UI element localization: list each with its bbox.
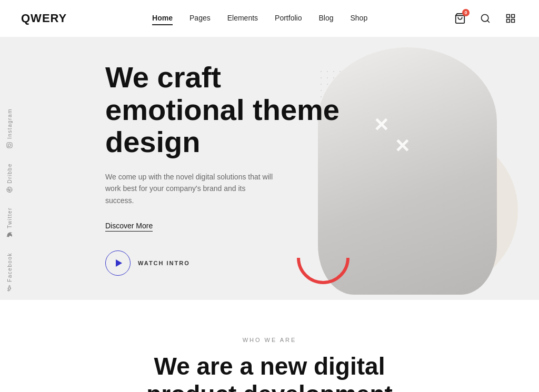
nav-item-portfolio[interactable]: Portfolio [275, 14, 302, 23]
play-triangle-icon [116, 259, 122, 267]
cross-mark-1: ✕ [373, 116, 389, 135]
svg-rect-5 [506, 19, 510, 23]
nav-item-home[interactable]: Home [152, 14, 173, 23]
social-sidebar: Instagram Dribbe Twitter Facebook [0, 74, 19, 326]
watch-intro-button[interactable]: WATCH INTRO [105, 250, 347, 276]
dribbble-label: Dribbe [7, 163, 13, 183]
svg-rect-4 [512, 15, 515, 18]
grid-icon [505, 13, 516, 24]
instagram-icon [6, 142, 13, 148]
section-eyebrow: WHO WE ARE [21, 337, 518, 343]
twitter-icon [6, 232, 13, 238]
nav-item-pages[interactable]: Pages [189, 14, 211, 23]
instagram-label: Instagram [7, 108, 13, 139]
facebook-icon [6, 285, 13, 292]
dribbble-social-link[interactable]: Dribbe [3, 156, 16, 200]
svg-rect-3 [506, 15, 510, 18]
discover-more-link[interactable]: Discover More [105, 222, 153, 232]
hero-content: We craft emotional theme design We come … [105, 61, 347, 276]
who-we-are-section: WHO WE ARE We are a new digital product … [0, 300, 539, 392]
header: QWERY HomePagesElementsPortfolioBlogShop… [0, 0, 539, 37]
svg-point-8 [8, 144, 11, 146]
watch-intro-label: WATCH INTRO [138, 260, 190, 266]
play-circle-icon [105, 250, 131, 276]
search-icon [480, 13, 491, 24]
cross-mark-2: ✕ [394, 137, 410, 156]
hero-subtitle: We come up with the novel digital soluti… [105, 171, 274, 206]
cart-button[interactable]: 0 [453, 11, 467, 26]
logo: QWERY [21, 12, 67, 25]
dribbble-icon [6, 186, 13, 193]
svg-rect-6 [512, 19, 515, 23]
nav-item-elements[interactable]: Elements [227, 14, 258, 23]
search-button[interactable] [478, 11, 493, 26]
main-nav: HomePagesElementsPortfolioBlogShop [152, 14, 367, 23]
hero-section: We craft emotional theme design We come … [0, 37, 539, 300]
svg-rect-7 [7, 143, 12, 148]
nav-item-shop[interactable]: Shop [350, 14, 367, 23]
header-icons: 0 [453, 11, 518, 26]
facebook-label: Facebook [7, 253, 13, 282]
facebook-social-link[interactable]: Facebook [3, 245, 16, 299]
twitter-label: Twitter [7, 207, 13, 228]
instagram-social-link[interactable]: Instagram [3, 101, 16, 156]
twitter-social-link[interactable]: Twitter [3, 200, 16, 245]
section-title: We are a new digital product development… [122, 353, 417, 392]
nav-item-blog[interactable]: Blog [318, 14, 333, 23]
grid-menu-button[interactable] [503, 11, 518, 26]
hero-title: We craft emotional theme design [105, 61, 347, 158]
svg-line-2 [487, 21, 490, 23]
svg-point-9 [8, 146, 9, 147]
cart-badge: 0 [462, 9, 470, 16]
